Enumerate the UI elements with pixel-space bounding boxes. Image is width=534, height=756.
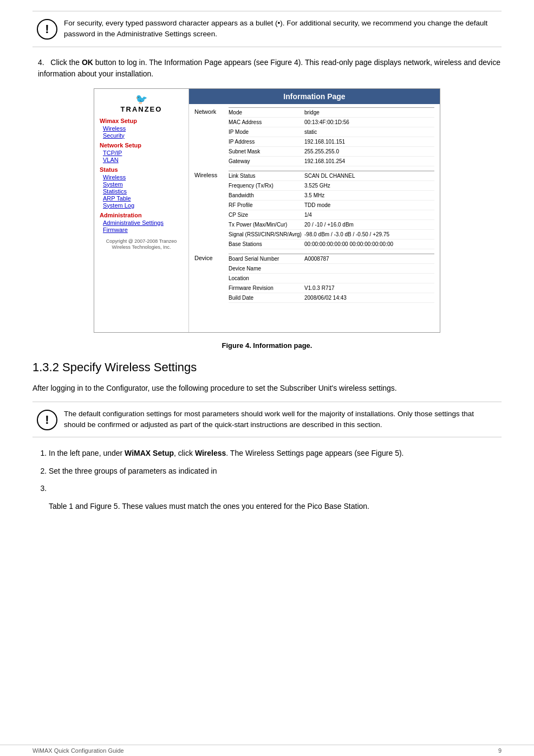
- sidebar-link-security[interactable]: Security: [103, 132, 183, 139]
- fig-row: Gateway192.168.101.254: [229, 157, 434, 166]
- warning-text-1: For security, every typed password chara…: [64, 18, 497, 40]
- step-4-para: Table 1 and Figure 5. These values must …: [49, 500, 502, 512]
- warning-box-2: ! The default configuration settings for…: [32, 402, 502, 438]
- sidebar-link-wireless-status[interactable]: Wireless: [103, 174, 183, 180]
- sidebar-section-wimax: Wimax Setup: [100, 118, 183, 124]
- fig-row: Build Date2008/06/02 14:43: [229, 293, 434, 303]
- fig-row: Firmware RevisionV1.0.3 R717: [229, 283, 434, 293]
- sidebar-link-statistics[interactable]: Statistics: [103, 188, 183, 195]
- fig-row: IP Modestatic: [229, 127, 434, 137]
- sidebar-link-system[interactable]: System: [103, 181, 183, 188]
- figure-4-caption: Figure 4. Information page.: [32, 341, 502, 350]
- sidebar-section-admin: Administration: [100, 212, 183, 218]
- section-132-intro: After logging in to the Configurator, us…: [32, 382, 502, 394]
- fig-row: Link StatusSCAN DL CHANNEL: [229, 171, 434, 181]
- sidebar-link-admin-settings[interactable]: Administrative Settings: [103, 219, 183, 226]
- fig-row: MAC Address00:13:4F:00:1D:56: [229, 118, 434, 127]
- step-4-text-after: button to log in. The Information Page a…: [38, 58, 500, 78]
- fig-row: RF ProfileTDD mode: [229, 201, 434, 210]
- fig-row: Modebridge: [229, 108, 434, 118]
- fig-spacer: [194, 307, 434, 329]
- fig-row: Location: [229, 274, 434, 283]
- sidebar-link-system-log[interactable]: System Log: [103, 202, 183, 209]
- warning-box-1: ! For security, every typed password cha…: [32, 11, 502, 47]
- list-item: In the left pane, under WiMAX Setup, cli…: [49, 447, 502, 459]
- fig-device-table: Board Serial NumberA0008787 Device Name …: [229, 254, 434, 303]
- sidebar-link-firmware[interactable]: Firmware: [103, 227, 183, 233]
- step-4: 4. Click the OK button to log in. The In…: [38, 57, 502, 80]
- fig-network-table: Modebridge MAC Address00:13:4F:00:1D:56 …: [229, 107, 434, 166]
- fig-device-section: Device Board Serial NumberA0008787 Devic…: [194, 254, 434, 303]
- fig-network-label: Network: [194, 107, 224, 166]
- sidebar-section-network: Network Setup: [100, 142, 183, 148]
- fig-row: Subnet Mask255.255.255.0: [229, 147, 434, 157]
- fig-row: IP Address192.168.101.151: [229, 137, 434, 147]
- fig-row: CP Size1/4: [229, 210, 434, 220]
- fig-row: Tx Power (Max/Min/Cur)20 / -10 / +16.0 d…: [229, 220, 434, 230]
- page-footer: WiMAX Quick Configuration Guide 9: [0, 745, 534, 756]
- step-1-bold2: Wireless: [195, 449, 226, 457]
- logo-icon: 🐦: [100, 93, 183, 105]
- fig-row: Board Serial NumberA0008787: [229, 254, 434, 264]
- fig-row: Bandwidth3.5 MHz: [229, 191, 434, 201]
- fig-content: Network Modebridge MAC Address00:13:4F:0…: [189, 104, 440, 332]
- step-4-ok-label: OK: [82, 58, 93, 67]
- fig-wireless-section: Wireless Link StatusSCAN DL CHANNEL Freq…: [194, 171, 434, 249]
- step-4-label: 4.: [38, 58, 48, 67]
- fig-device-label: Device: [194, 254, 224, 303]
- fig-row: Signal (RSSI/CINR/SNR/Avrg)-98.0 dBm / -…: [229, 230, 434, 240]
- figure-4-screenshot: 🐦 TRANZEO Wimax Setup Wireless Security …: [94, 88, 440, 333]
- step-1-text-before-bold1: In the left pane, under: [49, 449, 125, 457]
- logo-area: 🐦 TRANZEO: [100, 93, 183, 113]
- sidebar-link-arp-table[interactable]: ARP Table: [103, 195, 183, 202]
- fig-network-section: Network Modebridge MAC Address00:13:4F:0…: [194, 107, 434, 166]
- step-1-text-after: . The Wireless Settings page appears (se…: [226, 449, 403, 457]
- steps-list: In the left pane, under WiMAX Setup, cli…: [49, 447, 502, 494]
- sidebar-link-wireless-setup[interactable]: Wireless: [103, 125, 183, 132]
- fig-header: Information Page: [189, 89, 440, 104]
- footer-right: 9: [498, 747, 502, 754]
- logo-text: TRANZEO: [100, 105, 183, 113]
- warning-icon-2: !: [37, 410, 57, 430]
- sidebar-link-vlan[interactable]: VLAN: [103, 157, 183, 163]
- fig-row: Frequency (Tx/Rx)3.525 GHz: [229, 181, 434, 191]
- fig-wireless-label: Wireless: [194, 171, 224, 249]
- sidebar-copyright: Copyright @ 2007-2008 Tranzeo Wireless T…: [100, 238, 183, 251]
- warning-text-2: The default configuration settings for m…: [64, 409, 497, 431]
- fig-row: Base Stations00:00:00:00:00:00 00:00:00:…: [229, 240, 434, 249]
- fig-sidebar: 🐦 TRANZEO Wimax Setup Wireless Security …: [94, 89, 189, 332]
- fig-row: Device Name: [229, 264, 434, 274]
- section-132-heading: 1.3.2 Specify Wireless Settings: [32, 360, 502, 374]
- step-1-bold1: WiMAX Setup: [125, 449, 174, 457]
- fig-main: Information Page Network Modebridge MAC …: [189, 89, 440, 332]
- sidebar-link-tcpip[interactable]: TCP/IP: [103, 150, 183, 156]
- list-item: [49, 482, 502, 494]
- footer-left: WiMAX Quick Configuration Guide: [32, 747, 124, 754]
- fig-wireless-table: Link StatusSCAN DL CHANNEL Frequency (Tx…: [229, 171, 434, 249]
- step-1-text-mid: , click: [174, 449, 195, 457]
- step-2-text: Set the three groups of parameters as in…: [49, 467, 217, 475]
- sidebar-section-status: Status: [100, 166, 183, 173]
- list-item: Set the three groups of parameters as in…: [49, 465, 502, 477]
- step-4-text-before: Click the: [50, 58, 82, 67]
- warning-icon-1: !: [37, 19, 57, 40]
